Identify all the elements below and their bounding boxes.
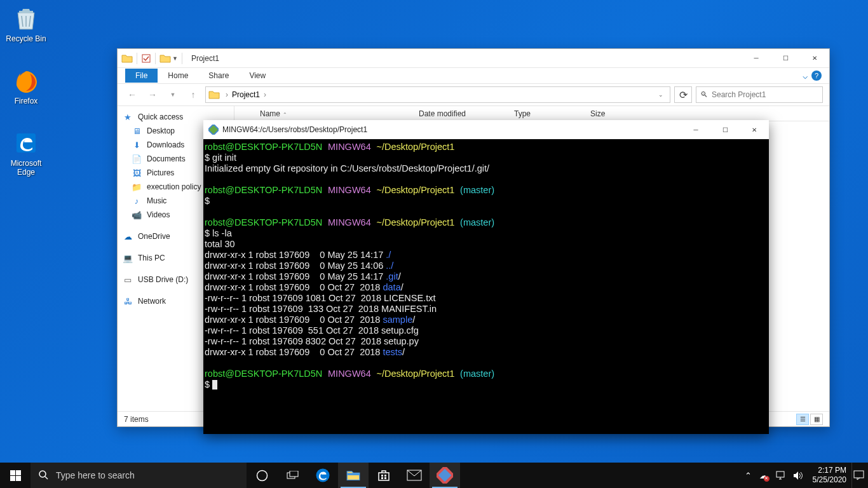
desktop-icon: 🖥 [132,126,142,136]
tray-volume-icon[interactable] [789,463,808,488]
tray-onedrive-icon[interactable]: ☁✕ [756,463,771,488]
breadcrumb-item[interactable]: Project1 [230,90,262,99]
window-title: Project1 [191,54,219,63]
sort-arrow-icon: ⌃ [283,112,287,118]
taskbar-app-edge[interactable] [308,463,338,488]
svg-rect-8 [16,476,21,481]
onedrive-icon: ☁ [123,231,133,241]
maximize-button[interactable]: ☐ [710,120,740,139]
taskbar-search[interactable]: Type here to search [31,463,247,488]
maximize-button[interactable]: ☐ [771,49,800,68]
desktop-icon-label: Firefox [3,97,50,105]
folder-icon [208,89,220,100]
svg-rect-5 [10,470,15,475]
column-size[interactable]: Size [584,109,635,118]
terminal-title: MINGW64:/c/Users/robst/Desktop/Project1 [222,125,367,134]
documents-icon: 📄 [132,154,142,164]
history-dropdown-icon[interactable]: ▼ [165,86,181,103]
chevron-right-icon[interactable]: › [224,90,230,99]
windows-icon [10,470,21,481]
desktop-icon-label: Recycle Bin [3,34,50,43]
git-bash-icon [208,125,219,135]
close-button[interactable]: ✕ [740,120,769,139]
svg-rect-13 [290,471,298,477]
column-type[interactable]: Type [508,109,584,118]
desktop-icon-recycle-bin[interactable]: Recycle Bin [3,5,50,43]
minimize-button[interactable]: ─ [681,120,710,139]
svg-rect-16 [381,475,383,477]
terminal-output[interactable]: robst@DESKTOP-PK7LD5N MINGW64 ~/Desktop/… [203,139,769,393]
svg-rect-17 [384,475,386,477]
git-bash-icon [437,467,453,484]
back-button[interactable]: ← [124,86,140,103]
notification-icon [853,470,864,480]
search-input[interactable]: 🔍︎ Search Project1 [696,86,823,103]
taskbar-app-git-bash[interactable] [430,463,460,488]
taskbar-clock[interactable]: 2:17 PM 5/25/2020 [808,466,851,485]
desktop-icon-firefox[interactable]: Firefox [3,67,50,105]
expand-ribbon-icon[interactable]: ⌵ [803,71,808,81]
task-view-icon [287,471,299,480]
icons-view-button[interactable]: ▦ [810,414,823,425]
folder-icon [346,468,361,482]
music-icon: ♪ [132,196,142,206]
tab-home[interactable]: Home [158,69,198,83]
nav-bar: ← → ▼ ↑ › Project1 › ⌄ ⟳ 🔍︎ Search Proje… [118,83,829,106]
details-view-button[interactable]: ☰ [796,414,809,425]
svg-line-10 [45,477,48,479]
explorer-titlebar[interactable]: ▼ Project1 ─ ☐ ✕ [118,49,829,68]
task-view-button[interactable] [277,463,308,488]
svg-point-11 [257,470,267,480]
column-date[interactable]: Date modified [412,109,508,118]
svg-point-9 [39,471,46,477]
up-button[interactable]: ↑ [185,86,201,103]
usb-icon: ▭ [123,274,133,285]
recycle-bin-icon [13,5,39,32]
desktop-icon-edge[interactable]: Microsoft Edge [3,130,50,177]
svg-rect-6 [16,470,21,475]
taskbar-app-explorer[interactable] [338,463,369,488]
terminal-titlebar[interactable]: MINGW64:/c/Users/robst/Desktop/Project1 … [203,120,769,139]
tray-network-icon[interactable] [771,463,789,488]
svg-rect-18 [381,477,383,479]
start-button[interactable] [0,463,31,488]
folder-icon: 📁 [132,182,142,192]
taskbar: Type here to search ⌃ ☁✕ 2:17 PM 5/25/20… [0,463,868,488]
edge-icon [315,467,331,484]
tab-view[interactable]: View [239,69,276,83]
tray-expand-icon[interactable]: ⌃ [741,463,756,488]
forward-button[interactable]: → [144,86,161,103]
pictures-icon: 🖼 [132,168,142,178]
taskbar-app-store[interactable] [369,463,399,488]
help-icon[interactable]: ? [811,71,822,81]
pc-icon: 💻 [123,253,133,263]
search-icon [38,470,48,482]
ribbon-tabs: File Home Share View ⌵ ? [118,68,829,83]
videos-icon: 📹 [132,210,142,220]
address-dropdown-icon[interactable]: ⌄ [654,92,667,98]
close-button[interactable]: ✕ [800,49,829,68]
column-name[interactable]: Name⌃ [234,109,412,118]
cursor [212,380,217,390]
svg-rect-23 [776,471,784,477]
dropdown-icon[interactable]: ▼ [172,55,178,62]
downloads-icon: ⬇ [132,140,142,150]
svg-rect-7 [10,476,15,481]
taskbar-app-mail[interactable] [399,463,430,488]
refresh-button[interactable]: ⟳ [674,86,692,103]
minimize-button[interactable]: ─ [742,49,771,68]
columns-header: Name⌃ Date modified Type Size [234,106,829,121]
edge-icon [13,130,39,156]
tab-share[interactable]: Share [198,69,239,83]
folder-icon[interactable] [159,53,171,64]
cortana-button[interactable] [247,463,277,488]
chevron-right-icon[interactable]: › [262,90,268,99]
firefox-icon [13,67,39,94]
circle-icon [256,470,268,482]
properties-icon[interactable] [141,53,151,64]
tab-file[interactable]: File [125,69,158,83]
search-icon: 🔍︎ [700,90,708,99]
action-center-button[interactable] [851,463,865,488]
network-icon: 🖧 [123,296,133,306]
address-bar[interactable]: › Project1 › ⌄ [205,86,670,103]
